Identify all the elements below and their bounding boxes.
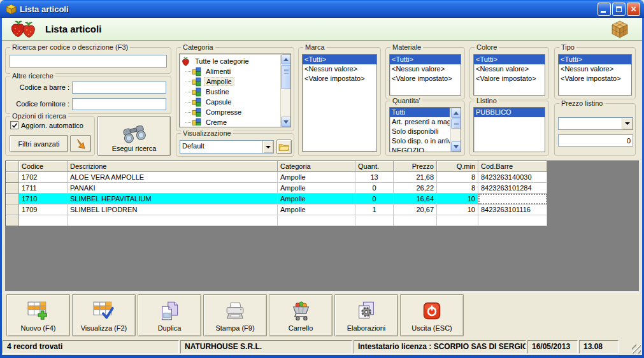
column-header[interactable]: Cod.Barre — [478, 161, 547, 172]
column-header[interactable]: Prezzo — [394, 161, 437, 172]
material-list-item[interactable]: <Tutti> — [390, 55, 461, 64]
cell-codice[interactable]: 1702 — [19, 172, 68, 183]
category-item[interactable]: Compresse — [181, 107, 278, 117]
advanced-filters-button[interactable]: Filtri avanzati — [10, 135, 68, 152]
cell-categoria[interactable]: Ampolle — [278, 204, 355, 215]
barcode-input[interactable] — [72, 82, 166, 94]
brand-list-item[interactable]: <Tutti> — [303, 55, 376, 64]
new-button[interactable]: Nuovo (F4) — [6, 294, 70, 336]
column-header[interactable]: Categoria — [278, 161, 355, 172]
cell-descrizione[interactable]: SLIMBEL HEPAVITALIUM — [68, 194, 278, 204]
column-header[interactable]: Q.min — [437, 161, 478, 172]
listprice-combobox[interactable] — [558, 117, 633, 130]
cell-prezzo[interactable]: 21,68 — [394, 172, 437, 183]
category-item[interactable]: Capsule — [181, 97, 278, 107]
cell-codbarre[interactable]: 8423263101284 — [478, 183, 547, 194]
color-list-item[interactable]: <Valore impostato> — [474, 74, 545, 83]
cell-codbarre[interactable]: 8423263101116 — [478, 204, 547, 215]
quantity-list-item[interactable]: Art. presenti a maga — [390, 117, 450, 127]
category-scrollbar[interactable] — [280, 54, 290, 127]
auto-update-checkbox[interactable] — [10, 121, 18, 129]
advanced-filters-arrow-button[interactable] — [70, 135, 91, 152]
cell-codbarre[interactable]: 8423263140030 — [478, 172, 547, 183]
print-button[interactable]: Stampa (F9) — [203, 294, 267, 336]
column-header[interactable]: Quant. — [355, 161, 394, 172]
table-row[interactable]: 1709 SLIMBEL LIPODREN Ampolle 1 20,67 10… — [6, 204, 547, 215]
row-selector[interactable] — [6, 204, 19, 215]
cell-descrizione[interactable]: PANAKI — [68, 183, 278, 194]
category-item-root[interactable]: Tutte le categorie — [181, 56, 278, 66]
scrollbar-thumb[interactable] — [281, 65, 291, 89]
row-selector[interactable] — [6, 194, 19, 204]
minimize-button[interactable] — [597, 3, 611, 16]
category-item[interactable]: Bustine — [181, 87, 278, 97]
combo-arrow-button[interactable] — [622, 118, 633, 129]
cell-codbarre-active[interactable] — [478, 194, 547, 204]
material-list-item[interactable]: <Nessun valore> — [390, 64, 461, 74]
scroll-up-button[interactable] — [281, 54, 291, 64]
row-selector-header[interactable] — [6, 161, 19, 172]
view-combobox[interactable]: Default — [180, 140, 274, 154]
cell-quantita[interactable]: 0 — [355, 194, 394, 204]
cell-quantita[interactable]: 1 — [355, 204, 394, 215]
brand-list-item[interactable]: <Valore impostato> — [303, 74, 376, 83]
run-search-button[interactable]: Esegui ricerca — [97, 116, 171, 156]
type-list-item[interactable]: <Tutti> — [559, 55, 631, 64]
type-list-item[interactable]: <Valore impostato> — [559, 74, 631, 83]
cell-qmin[interactable]: 10 — [437, 204, 478, 215]
quantity-list-item[interactable]: Solo disp. o in arrivo — [390, 136, 450, 146]
category-item[interactable]: Alimenti — [181, 66, 278, 76]
processing-button[interactable]: Elaborazioni — [334, 294, 398, 336]
column-header[interactable]: Codice — [19, 161, 68, 172]
cart-button[interactable]: Carrello — [269, 294, 333, 336]
cell-quantita[interactable]: 0 — [355, 183, 394, 194]
combo-arrow-button[interactable] — [262, 141, 273, 153]
category-item[interactable]: Creme — [181, 117, 278, 125]
cell-prezzo[interactable]: 26,22 — [394, 183, 437, 194]
column-header[interactable]: Descrizione — [68, 161, 278, 172]
material-list-item[interactable]: <Valore impostato> — [390, 74, 461, 83]
quantity-scrollbar[interactable] — [450, 108, 461, 152]
cell-qmin[interactable]: 10 — [437, 194, 478, 204]
color-list-item[interactable]: <Nessun valore> — [474, 64, 545, 74]
quantity-list-item[interactable]: Tutti — [390, 108, 450, 117]
scroll-down-button[interactable] — [281, 117, 291, 127]
table-row-selected[interactable]: 1710 SLIMBEL HEPAVITALIUM Ampolle 0 16,6… — [6, 194, 547, 204]
exit-button[interactable]: Uscita (ESC) — [400, 294, 464, 336]
maximize-button[interactable] — [612, 3, 626, 16]
scroll-down-button[interactable] — [451, 141, 461, 152]
cell-categoria[interactable]: Ampolle — [278, 183, 355, 194]
cell-prezzo[interactable]: 16,64 — [394, 194, 437, 204]
cell-descrizione[interactable]: ALOE VERA AMPOLLE — [68, 172, 278, 183]
cell-descrizione[interactable]: SLIMBEL LIPODREN — [68, 204, 278, 215]
cell-codice[interactable]: 1711 — [19, 183, 68, 194]
cell-categoria[interactable]: Ampolle — [278, 172, 355, 183]
brand-list-item[interactable]: <Nessun valore> — [303, 64, 376, 74]
cell-quantita[interactable]: 13 — [355, 172, 394, 183]
resize-grip[interactable] — [632, 345, 641, 354]
cell-codice[interactable]: 1709 — [19, 204, 68, 215]
cell-categoria[interactable]: Ampolle — [278, 194, 355, 204]
row-selector[interactable] — [6, 172, 19, 183]
cell-prezzo[interactable]: 20,67 — [394, 204, 437, 215]
scrollbar-thumb[interactable] — [451, 118, 461, 129]
supplier-code-input[interactable] — [72, 98, 166, 110]
quantity-list-item[interactable]: Solo disponibili — [390, 127, 450, 136]
type-list-item[interactable]: <Nessun valore> — [559, 64, 631, 74]
view-button[interactable]: Visualizza (F2) — [72, 294, 136, 336]
listprice-amount-input[interactable] — [558, 134, 633, 147]
color-list-item[interactable]: <Tutti> — [474, 55, 545, 64]
cell-codice[interactable]: 1710 — [19, 194, 68, 204]
close-button[interactable]: × — [627, 3, 640, 16]
pricelist-list-item[interactable]: PUBBLICO — [474, 108, 545, 117]
table-row[interactable]: 1702 ALOE VERA AMPOLLE Ampolle 13 21,68 … — [6, 172, 547, 183]
view-folder-button[interactable] — [276, 140, 292, 154]
row-selector[interactable] — [6, 183, 19, 194]
cell-qmin[interactable]: 8 — [437, 183, 478, 194]
cell-qmin[interactable]: 8 — [437, 172, 478, 183]
scroll-up-button[interactable] — [451, 108, 461, 118]
category-item-selected[interactable]: Ampolle — [181, 76, 278, 87]
duplicate-button[interactable]: Duplica — [138, 294, 201, 336]
search-input[interactable] — [10, 55, 167, 68]
quantity-list-item[interactable]: NEGOZIO — [390, 146, 450, 152]
